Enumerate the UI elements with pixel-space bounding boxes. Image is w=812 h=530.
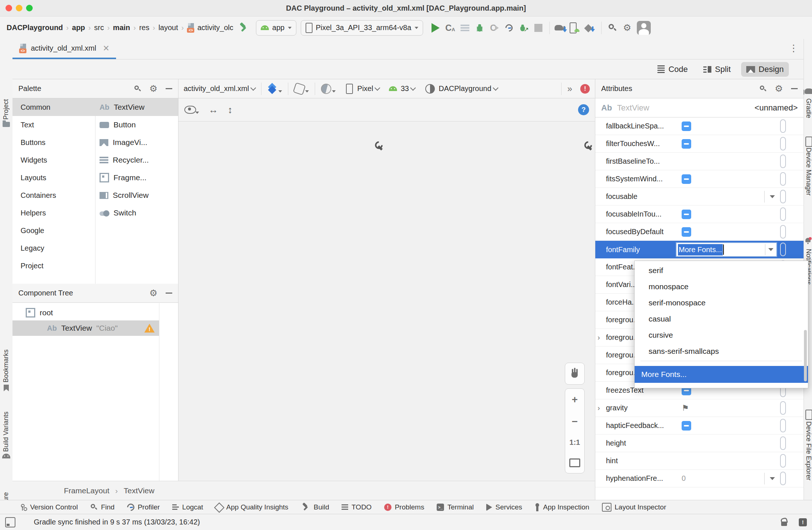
palette-category-common[interactable]: Common — [12, 98, 95, 116]
warning-icon[interactable]: ! — [144, 324, 155, 333]
palette-minimize-icon[interactable] — [166, 88, 172, 89]
tools-pill-icon[interactable] — [780, 190, 786, 203]
palette-category-text[interactable]: Text — [12, 116, 95, 134]
font-option-monospace[interactable]: monospace — [635, 279, 808, 295]
help-icon[interactable]: ? — [578, 104, 589, 115]
palette-category-project[interactable]: Project — [12, 257, 95, 275]
device-file-explorer-icon[interactable] — [805, 410, 812, 420]
expander-chevron-icon[interactable]: › — [598, 404, 600, 412]
sidebar-item-gradle[interactable]: Gradle — [805, 98, 812, 135]
palette-item-switch[interactable]: Switch — [95, 204, 178, 222]
palette-category-legacy[interactable]: Legacy — [12, 239, 95, 257]
sidebar-item-project[interactable]: Project — [2, 79, 10, 120]
device-manager-strip-icon[interactable] — [805, 137, 812, 147]
close-window-button[interactable] — [6, 5, 12, 11]
attr-row-fitsSystemWindows[interactable]: fitsSystemWind... — [595, 170, 804, 188]
checkbox-indeterminate[interactable] — [682, 421, 691, 431]
build-variants-icon[interactable] — [2, 454, 10, 458]
attr-row-focusableInTouchMode[interactable]: focusableInTou... — [595, 206, 804, 223]
vertical-resize-icon[interactable]: ↕ — [228, 104, 232, 116]
tools-pill-icon[interactable] — [780, 207, 786, 221]
mode-split-button[interactable]: Split — [698, 62, 736, 77]
apply-code-changes-button[interactable] — [458, 21, 472, 35]
toolwindow-build[interactable]: Build — [301, 502, 329, 512]
view-options-eye-icon[interactable] — [184, 106, 199, 114]
palette-category-widgets[interactable]: Widgets — [12, 151, 95, 169]
palette-item-textview[interactable]: AbTextView — [95, 98, 178, 116]
attr-row-height[interactable]: height — [595, 435, 804, 452]
toolwindow-version-control[interactable]: Version Control — [20, 503, 78, 511]
component-tree-settings-icon[interactable]: ⚙ — [149, 288, 158, 298]
tools-pill-icon[interactable] — [780, 454, 786, 468]
attributes-settings-icon[interactable]: ⚙ — [775, 84, 783, 93]
run-button[interactable] — [428, 21, 443, 35]
breadcrumb-res[interactable]: res — [139, 23, 149, 32]
stop-button[interactable] — [531, 21, 546, 35]
palette-item-fragment[interactable]: Fragme... — [95, 169, 178, 186]
editor-dropdown-button[interactable] — [765, 244, 776, 255]
breadcrumb-app[interactable]: app — [72, 23, 85, 32]
notifications-bell-icon[interactable] — [804, 237, 812, 244]
settings-gear-icon[interactable]: ⚙ — [620, 21, 635, 35]
mode-code-button[interactable]: Code — [652, 62, 693, 77]
issue-error-badge[interactable]: ! — [580, 84, 590, 94]
device-select[interactable]: Pixel_3a_API_33_arm64-v8a — [301, 20, 423, 36]
maximize-window-button[interactable] — [26, 5, 33, 11]
breadcrumb-framelayout[interactable]: FrameLayout — [64, 486, 109, 495]
zoom-out-button[interactable]: − — [572, 417, 578, 427]
design-blueprint-selector-icon[interactable] — [267, 84, 278, 94]
zoom-in-button[interactable]: + — [572, 395, 578, 405]
component-tree-scrollbar[interactable] — [159, 303, 159, 481]
checkbox-indeterminate[interactable] — [682, 174, 691, 184]
checkbox-indeterminate[interactable] — [682, 210, 691, 219]
palette-category-containers[interactable]: Containers — [12, 186, 95, 204]
palette-item-recyclerview[interactable]: Recycler... — [95, 151, 178, 169]
device-for-preview-select[interactable]: Pixel — [357, 84, 373, 93]
tools-pill-icon[interactable] — [780, 401, 786, 415]
font-family-editor[interactable]: More Fonts... — [676, 242, 777, 257]
build-hammer-icon[interactable] — [236, 21, 251, 35]
tools-pill-icon[interactable] — [780, 419, 786, 432]
tools-pill-icon[interactable] — [780, 119, 786, 133]
design-file-selector[interactable]: activity_old_xml.xml — [184, 84, 249, 93]
font-option-serif-monospace[interactable]: serif-monospace — [635, 295, 808, 311]
attr-row-hapticFeedback[interactable]: hapticFeedback... — [595, 417, 804, 435]
tools-pill-icon[interactable] — [780, 243, 786, 256]
attr-row-focusable[interactable]: focusable — [595, 188, 804, 206]
palette-item-button[interactable]: Button — [95, 116, 178, 134]
checkbox-indeterminate[interactable] — [682, 227, 691, 237]
tools-pill-icon[interactable] — [780, 155, 786, 168]
checkbox-indeterminate[interactable] — [682, 121, 691, 131]
run-configuration-select[interactable]: app — [256, 20, 296, 36]
breadcrumb-src[interactable]: src — [94, 23, 104, 32]
attributes-minimize-icon[interactable] — [791, 88, 798, 89]
tools-pill-icon[interactable] — [780, 137, 786, 150]
breadcrumb-project[interactable]: DACPlayground — [7, 23, 63, 32]
profiler-button[interactable] — [502, 21, 516, 35]
minimize-window-button[interactable] — [16, 5, 22, 11]
event-log-icon[interactable]: ! — [799, 518, 807, 526]
theme-select[interactable]: DACPlayground — [439, 84, 491, 93]
attach-debugger-button[interactable]: C — [487, 21, 502, 35]
tools-pill-icon[interactable] — [780, 172, 786, 186]
tools-pill-icon[interactable] — [780, 436, 786, 450]
layout-icon[interactable] — [5, 517, 15, 527]
zoom-to-fit-button[interactable] — [569, 458, 580, 467]
sidebar-item-bookmarks[interactable]: Bookmarks — [2, 328, 10, 382]
popup-scrollbar[interactable] — [804, 330, 807, 381]
project-folder-icon[interactable] — [3, 122, 10, 127]
palette-category-google[interactable]: Google — [12, 222, 95, 239]
gradle-sync-icon[interactable] — [553, 21, 568, 35]
tools-pill-icon[interactable] — [780, 225, 786, 239]
font-option-sans-serif-smallcaps[interactable]: sans-serif-smallcaps — [635, 343, 808, 359]
attributes-search-icon[interactable] — [759, 85, 767, 92]
debug-button[interactable] — [472, 21, 487, 35]
toolwindow-terminal[interactable]: >_Terminal — [437, 503, 474, 511]
attr-row-hint[interactable]: hint — [595, 452, 804, 470]
mode-design-button[interactable]: Design — [741, 62, 789, 77]
bookmarks-icon[interactable] — [4, 385, 9, 391]
attr-row-fallbackLineSpacing[interactable]: fallbackLineSpa... — [595, 117, 804, 135]
tools-pill-icon[interactable] — [780, 472, 786, 485]
orientation-icon[interactable] — [293, 82, 306, 95]
apply-changes-restart-button[interactable]: CA — [443, 21, 458, 35]
